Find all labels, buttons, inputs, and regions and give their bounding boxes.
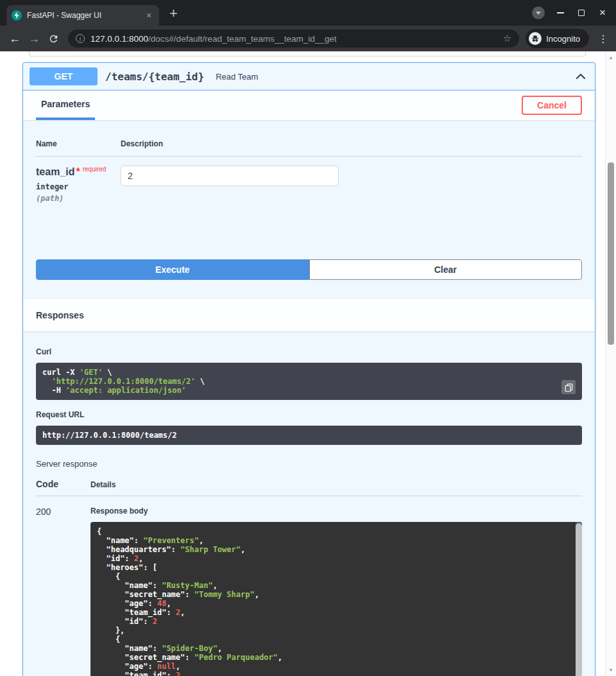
col-details-header: Details [90,480,582,489]
parameter-name: team_id*required [36,166,121,178]
incognito-badge: Incognito [526,29,589,48]
responses-section-header: Responses [23,299,595,331]
omnibox[interactable]: i 127.0.0.1:8000/docs#/default/read_team… [68,30,519,48]
refresh-button[interactable] [45,30,62,47]
browser-menu-button[interactable]: ⋮ [597,33,610,45]
response-details-cell: Response body { "name": "Preventers", "h… [90,507,582,676]
required-star: * [76,166,80,177]
execute-row: Execute Clear [23,229,595,299]
browser-tab[interactable]: FastAPI - Swagger UI × [6,5,159,26]
tab-strip: FastAPI - Swagger UI × + × [0,0,616,26]
forward-button[interactable]: → [26,30,42,47]
operation-summary: Read Team [216,72,258,82]
server-response-label: Server response [36,459,582,469]
execute-button[interactable]: Execute [36,259,309,280]
incognito-label: Incognito [546,34,580,44]
parameter-row: team_id*required integer (path) [36,157,582,229]
url-text: 127.0.0.1:8000/docs#/default/read_team_t… [90,34,497,44]
parameter-info: team_id*required integer (path) [36,166,121,203]
maximize-button[interactable] [576,7,587,19]
maximize-icon [578,10,585,16]
method-badge: GET [30,67,98,85]
new-tab-button[interactable]: + [169,6,178,21]
operation-path: /teams/{team_id} [105,71,204,83]
required-label: required [83,166,107,173]
response-row: 200 Response body { "name": "Preventers"… [36,496,582,676]
response-scrollbar-thumb[interactable] [576,523,582,676]
fastapi-logo-icon [12,10,22,21]
collapse-button[interactable] [573,69,588,84]
responses-title: Responses [36,310,84,320]
response-body-block: { "name": "Preventers", "headquarters": … [90,522,582,676]
opblock-summary[interactable]: GET /teams/{team_id} Read Team [23,63,595,91]
clear-button[interactable]: Clear [309,259,583,280]
partial-element-above [29,51,586,56]
tab-parameters[interactable]: Parameters [36,91,95,120]
browser-window: FastAPI - Swagger UI × + × ← → i 127.0.0… [0,0,616,676]
response-scrollbar[interactable] [576,522,582,676]
request-url-label: Request URL [36,410,582,419]
clipboard-icon [565,383,573,392]
parameter-location: (path) [36,194,121,203]
param-team-id-input[interactable] [121,166,339,186]
tab-close-icon[interactable]: × [144,10,154,21]
col-description-header: Description [121,139,582,148]
back-button[interactable]: ← [6,30,23,47]
minimize-icon [557,12,564,13]
close-window-button[interactable]: × [597,7,608,19]
incognito-icon [529,32,542,45]
refresh-icon [48,33,59,44]
responses-container: Curl curl -X 'GET' \ 'http://127.0.0.1:8… [23,331,595,676]
site-info-icon[interactable]: i [76,34,85,43]
opblock-get: GET /teams/{team_id} Read Team Parameter… [22,62,595,676]
parameters-section-header: Parameters Cancel [23,91,595,120]
url-path: /docs#/default/read_team_teams__team_id_… [148,34,336,44]
browser-toolbar: ← → i 127.0.0.1:8000/docs#/default/read_… [0,26,616,51]
curl-label: Curl [36,347,582,356]
col-code-header: Code [36,479,90,489]
scroll-down-icon[interactable]: ▼ [606,668,616,672]
minimize-button[interactable] [554,7,566,19]
chevron-up-icon [574,70,587,83]
col-name-header: Name [36,139,121,148]
response-body-label: Response body [90,507,582,516]
parameters-table-header: Name Description [36,139,582,157]
url-host: 127.0.0.1:8000 [90,34,148,44]
parameters-tab-label: Parameters [41,99,90,109]
tab-search-icon[interactable] [532,6,545,19]
copy-button[interactable] [561,380,576,394]
curl-code-block: curl -X 'GET' \ 'http://127.0.0.1:8000/t… [36,363,582,400]
request-url-value: http://127.0.0.1:8000/teams/2 [42,431,576,440]
tab-title: FastAPI - Swagger UI [27,11,139,20]
page-scrollbar[interactable]: ▲ ▼ [605,51,616,676]
chevron-down-icon [536,12,541,15]
parameter-type: integer [36,182,121,191]
cancel-button[interactable]: Cancel [522,96,582,115]
parameters-container: Name Description team_id*required intege… [23,120,595,229]
status-code: 200 [36,507,90,676]
bookmark-star-icon[interactable]: ☆ [503,33,511,44]
parameter-value-cell [121,166,582,203]
swagger-page: GET /teams/{team_id} Read Team Parameter… [0,51,616,676]
scroll-up-icon[interactable]: ▲ [606,55,616,60]
page-scrollbar-thumb[interactable] [608,162,614,345]
request-url-block: http://127.0.0.1:8000/teams/2 [36,426,582,445]
response-table-header: Code Details [36,479,582,496]
